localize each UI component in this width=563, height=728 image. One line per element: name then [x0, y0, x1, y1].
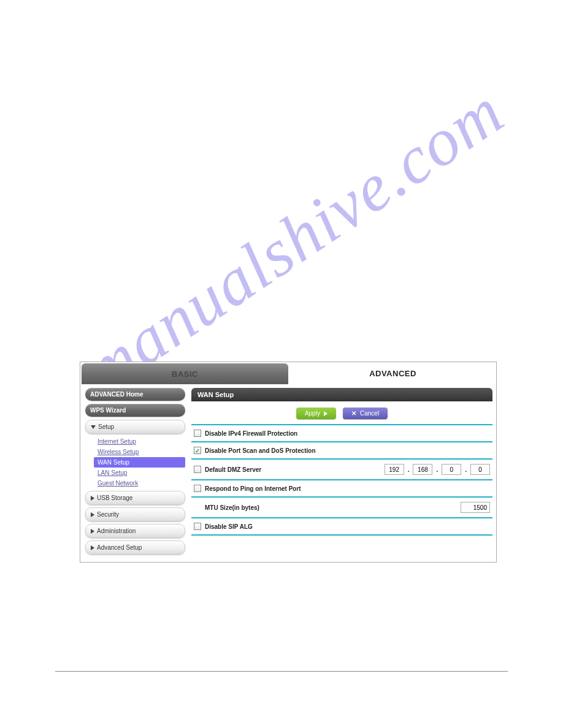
checkbox-disable-portscan[interactable]: ✓ — [194, 447, 201, 454]
mtu-input[interactable] — [461, 502, 490, 513]
sidebar-advsetup-label: Advanced Setup — [97, 544, 142, 551]
sidebar-item-wan-setup[interactable]: WAN Setup — [94, 457, 185, 468]
sidebar-usb-storage[interactable]: USB Storage — [85, 491, 185, 505]
panel-title: WAN Setup — [191, 388, 492, 401]
chevron-right-icon — [91, 512, 94, 517]
dot-separator: . — [435, 466, 439, 473]
row-disable-sip: Disable SIP ALG — [191, 518, 492, 536]
chevron-right-icon — [91, 545, 94, 550]
dmz-ip-group: . . . — [385, 464, 490, 475]
dmz-ip-octet-4[interactable] — [470, 464, 490, 475]
checkbox-disable-ipv4[interactable] — [194, 430, 201, 437]
sidebar-setup-header[interactable]: Setup — [85, 420, 185, 434]
checkbox-disable-sip[interactable] — [194, 523, 201, 530]
label-disable-portscan: Disable Port Scan and DoS Protection — [205, 447, 490, 454]
sidebar-item-internet-setup[interactable]: Internet Setup — [94, 436, 185, 447]
label-mtu: MTU Size(in bytes) — [194, 504, 457, 511]
mtu-field-wrap — [461, 502, 490, 513]
sidebar-item-wireless-setup[interactable]: Wireless Setup — [94, 447, 185, 457]
row-default-dmz: Default DMZ Server . . . — [191, 460, 492, 480]
router-admin-screenshot: BASIC ADVANCED ADVANCED Home WPS Wizard … — [80, 362, 497, 563]
sidebar-usb-label: USB Storage — [97, 495, 132, 501]
dmz-ip-octet-2[interactable] — [413, 464, 432, 475]
sidebar-item-guest-network[interactable]: Guest Network — [94, 478, 185, 488]
label-disable-ipv4: Disable IPv4 Firewall Protection — [205, 430, 490, 437]
cancel-button-label: Cancel — [360, 410, 379, 417]
main-panel: WAN Setup Apply ✕ Cancel Disable IPv4 Fi… — [188, 384, 496, 562]
sidebar-advanced-home[interactable]: ADVANCED Home — [85, 388, 185, 401]
chevron-down-icon — [91, 425, 96, 429]
label-respond-ping: Respond to Ping on Internet Port — [205, 485, 490, 492]
row-disable-ipv4: Disable IPv4 Firewall Protection — [191, 425, 492, 442]
row-mtu: MTU Size(in bytes) — [191, 498, 492, 518]
tab-basic[interactable]: BASIC — [82, 363, 288, 384]
chevron-right-icon — [91, 529, 94, 534]
tab-advanced[interactable]: ADVANCED — [289, 362, 496, 384]
button-bar: Apply ✕ Cancel — [191, 401, 492, 425]
sidebar-security[interactable]: Security — [85, 507, 185, 521]
dot-separator: . — [464, 466, 468, 473]
label-default-dmz: Default DMZ Server — [205, 466, 381, 473]
cancel-button[interactable]: ✕ Cancel — [343, 408, 388, 419]
sidebar-setup-label: Setup — [98, 423, 114, 430]
sidebar: ADVANCED Home WPS Wizard Setup Internet … — [80, 384, 188, 562]
label-disable-sip: Disable SIP ALG — [205, 523, 490, 530]
sidebar-administration[interactable]: Administration — [85, 524, 185, 538]
sidebar-item-lan-setup[interactable]: LAN Setup — [94, 468, 185, 478]
checkbox-respond-ping[interactable] — [194, 485, 201, 492]
sidebar-security-label: Security — [97, 511, 119, 518]
close-icon: ✕ — [351, 410, 356, 417]
play-icon — [324, 411, 327, 416]
watermark-text: manualshive.com — [69, 72, 518, 410]
sidebar-setup-submenu: Internet Setup Wireless Setup WAN Setup … — [85, 436, 185, 491]
row-respond-ping: Respond to Ping on Internet Port — [191, 480, 492, 498]
sidebar-admin-label: Administration — [97, 528, 136, 534]
sidebar-advanced-setup[interactable]: Advanced Setup — [85, 540, 185, 555]
checkbox-default-dmz[interactable] — [194, 466, 201, 473]
apply-button-label: Apply — [305, 410, 320, 417]
dot-separator: . — [407, 466, 411, 473]
sidebar-wps-wizard[interactable]: WPS Wizard — [85, 404, 185, 417]
footer-divider — [55, 671, 508, 672]
dmz-ip-octet-3[interactable] — [442, 464, 461, 475]
chevron-right-icon — [91, 496, 94, 501]
top-tabs: BASIC ADVANCED — [80, 362, 496, 384]
dmz-ip-octet-1[interactable] — [385, 464, 404, 475]
apply-button[interactable]: Apply — [296, 408, 336, 419]
row-disable-portscan: ✓ Disable Port Scan and DoS Protection — [191, 442, 492, 460]
